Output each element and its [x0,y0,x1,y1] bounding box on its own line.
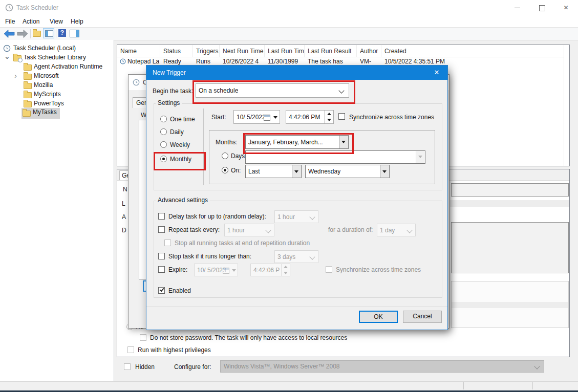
create-task-tab-general[interactable]: Ger [133,97,147,108]
chevron-down-icon [265,227,271,233]
stop-longer-select[interactable]: 3 days [274,250,318,263]
tree-item-label: Mozilla [34,81,53,89]
column-header-triggers[interactable]: Triggers [193,45,220,57]
column-header-next-run-time[interactable]: Next Run Time [220,45,265,57]
on-week-select[interactable]: Last [245,165,302,178]
window-title: Task Scheduler [16,4,58,11]
hidden-checkbox[interactable] [124,363,131,370]
column-header-status[interactable]: Status [160,45,193,57]
one-time-radio[interactable] [160,116,167,122]
on-day-select[interactable]: Wednesday [305,165,390,178]
dropdown-arrow-icon [294,170,298,173]
column-header-author[interactable]: Author [357,45,381,57]
back-icon[interactable] [4,29,15,39]
repeat-checkbox[interactable] [158,226,165,233]
duration-select[interactable]: 1 day [377,224,416,236]
menu-action[interactable]: Action [23,18,39,25]
daily-radio[interactable] [160,128,167,135]
menu-file[interactable]: File [5,18,15,25]
dropdown-button[interactable] [292,165,301,178]
delay-checkbox[interactable] [158,213,165,220]
dropdown-arrow-icon [382,170,387,173]
configure-for-label: Configure for: [174,363,211,371]
start-time-spinner[interactable]: 4:42:06 PM [286,110,334,124]
forward-icon[interactable] [17,29,28,39]
expire-time-value: 4:42:06 PM [253,267,280,274]
toolbar-separator [56,29,56,38]
library-folder-icon [13,55,22,61]
footer-divider [146,306,447,307]
configure-for-select[interactable]: Windows Vista™, Windows Server™ 2008 [220,360,544,373]
expire-date-picker[interactable]: 10/ 5/2023 [194,264,238,276]
action-panel-toggle-icon[interactable] [70,30,79,37]
highest-privileges-label: Run with highest privileges [138,346,211,354]
location-label-fragment: L [122,200,125,207]
minimize-icon [515,8,520,8]
dropdown-button[interactable] [339,136,348,148]
tab-label: Ger [136,99,146,106]
tree-item-mytasks[interactable]: MyTasks [22,108,60,119]
spinner-buttons[interactable] [325,111,333,123]
stop-longer-checkbox[interactable] [158,253,165,259]
menu-view[interactable]: View [50,18,63,25]
weekly-radio[interactable] [160,141,167,148]
menu-help[interactable]: Help [71,18,83,25]
delay-select[interactable]: 1 hour [274,210,318,223]
monthly-radio[interactable] [160,156,167,162]
new-trigger-titlebar: New Trigger ✕ [146,66,447,80]
show-console-tree-icon[interactable] [33,30,41,36]
dropdown-button[interactable] [380,165,389,178]
settings-group-label: Settings [156,99,182,106]
column-header-last-run-result[interactable]: Last Run Result [305,45,357,57]
months-select[interactable]: January, February, March... [245,135,349,149]
one-time-label: One time [170,116,195,123]
tree-item-label: Task Scheduler Library [24,54,86,61]
column-header-last-run-time[interactable]: Last Run Time [265,45,305,57]
repeat-value: 1 hour [227,227,245,234]
maximize-button[interactable] [530,0,553,15]
tree-item-label: PowerToys [34,100,64,107]
close-button[interactable]: ✕ [554,0,577,15]
column-header-name[interactable]: Name [117,45,160,57]
expire-sync-checkbox[interactable] [326,266,332,273]
days-radio[interactable] [222,153,228,159]
cancel-button[interactable]: Cancel [403,311,442,323]
chevron-right-icon[interactable]: › [14,71,17,80]
sync-timezones-label: Synchronize across time zones [349,114,434,121]
dropdown-button[interactable] [416,151,425,163]
repeat-select[interactable]: 1 hour [224,224,274,236]
minimize-button[interactable] [506,0,529,15]
enabled-label: Enabled [168,287,191,294]
author-label-fragment: A [122,213,126,221]
begin-task-select[interactable]: On a schedule [196,83,349,98]
stop-all-checkbox[interactable] [164,239,171,246]
console-panel-toggle-icon[interactable] [43,28,54,38]
on-radio[interactable] [222,167,228,173]
delay-value: 1 hour [277,213,295,221]
chevron-down-icon[interactable]: ⌄ [4,52,10,60]
column-header-created[interactable]: Created [381,45,567,57]
start-date-picker[interactable]: 10/ 5/2022 [233,110,280,124]
security-options-box [451,281,569,328]
tree-item-label: Agent Activation Runtime [34,63,102,70]
days-select[interactable] [245,150,425,164]
dialog-close-button[interactable]: ✕ [426,66,447,80]
status-separator [463,382,464,389]
help-icon[interactable]: ? [58,29,66,37]
highest-privileges-checkbox[interactable] [127,346,134,353]
ok-button[interactable]: OK [359,311,398,323]
chevron-down-icon [534,363,540,369]
do-not-store-password-checkbox[interactable] [140,334,146,341]
expire-time-spinner[interactable]: 4:42:06 PM [250,264,290,276]
enabled-checkbox[interactable] [158,287,165,294]
duration-label: for a duration of: [328,226,373,233]
expire-checkbox[interactable] [158,266,165,273]
toolbar: ? [0,28,578,40]
clock-icon [3,45,11,52]
folder-icon [24,74,32,80]
spinner-buttons[interactable] [281,264,290,276]
status-separator [532,382,533,389]
expire-label: Expire: [168,266,187,273]
sync-timezones-checkbox[interactable] [338,113,345,120]
expire-date-value: 10/ 5/2023 [197,267,226,274]
